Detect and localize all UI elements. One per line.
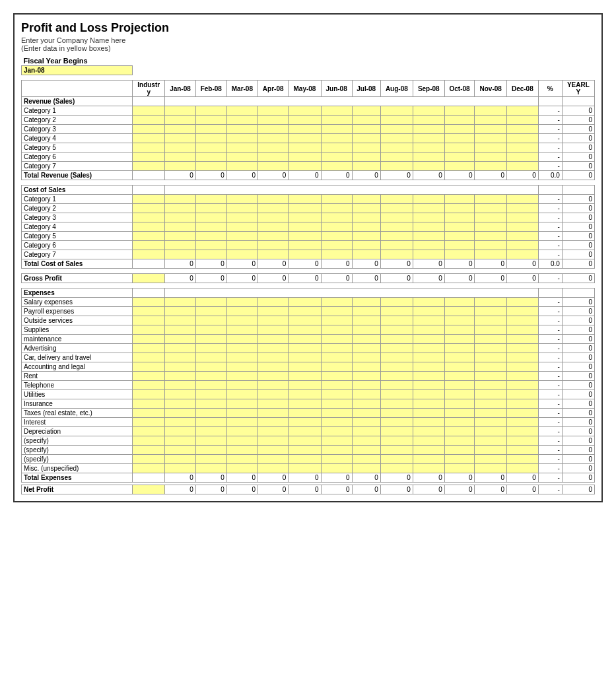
fiscal-value[interactable]: Jan-08 bbox=[22, 66, 133, 75]
feb-header: Feb-08 bbox=[195, 81, 226, 97]
fiscal-label: Fiscal Year Begins bbox=[22, 56, 133, 66]
apr-header: Apr-08 bbox=[257, 81, 288, 97]
pct-header: % bbox=[538, 81, 562, 97]
expense-specify3-row: (specify) - 0 bbox=[22, 455, 595, 464]
cos-cat2-row: Category 2 - 0 bbox=[22, 204, 595, 213]
cost-of-sales-header: Cost of Sales bbox=[22, 186, 133, 195]
industry-header: Industry bbox=[133, 81, 165, 97]
gross-profit-row: Gross Profit 0 0 0 0 0 0 0 0 0 0 0 0 - 0 bbox=[22, 274, 595, 283]
mar-header: Mar-08 bbox=[226, 81, 257, 97]
cos-cat6-row: Category 6 - 0 bbox=[22, 241, 595, 250]
expense-outside-row: Outside services - 0 bbox=[22, 316, 595, 325]
total-revenue-row: Total Revenue (Sales) 0 0 0 0 0 0 0 0 0 … bbox=[22, 171, 595, 180]
cos-cat3-row: Category 3 - 0 bbox=[22, 213, 595, 222]
expense-salary-row: Salary expenses - 0 bbox=[22, 298, 595, 307]
may-header: May-08 bbox=[289, 81, 321, 97]
total-cos-row: Total Cost of Sales 0 0 0 0 0 0 0 0 0 0 … bbox=[22, 259, 595, 269]
expense-specify1-row: (specify) - 0 bbox=[22, 436, 595, 446]
expense-advertising-row: Advertising - 0 bbox=[22, 344, 595, 353]
expense-car-row: Car, delivery and travel - 0 bbox=[22, 353, 595, 362]
expense-rent-row: Rent - 0 bbox=[22, 372, 595, 381]
revenue-cat7-row: Category 7 - 0 bbox=[22, 162, 595, 171]
expense-supplies-row: Supplies - 0 bbox=[22, 325, 595, 335]
dec-header: Dec-08 bbox=[506, 81, 538, 97]
expense-taxes-row: Taxes (real estate, etc.) - 0 bbox=[22, 409, 595, 418]
expense-interest-row: Interest - 0 bbox=[22, 418, 595, 427]
expense-insurance-row: Insurance - 0 bbox=[22, 399, 595, 409]
revenue-cat2-row: Category 2 - 0 bbox=[22, 116, 595, 125]
page-title: Profit and Loss Projection bbox=[21, 21, 595, 35]
jun-header: Jun-08 bbox=[321, 81, 352, 97]
expense-misc-row: Misc. (unspecified) - 0 bbox=[22, 464, 595, 473]
revenue-cat3-row: Category 3 - 0 bbox=[22, 125, 595, 134]
expenses-header: Expenses bbox=[22, 288, 133, 298]
jul-header: Jul-08 bbox=[352, 81, 380, 97]
net-profit-row: Net Profit 0 0 0 0 0 0 0 0 0 0 0 0 - 0 bbox=[22, 485, 595, 494]
expense-utilities-row: Utilities - 0 bbox=[22, 390, 595, 399]
jan-header: Jan-08 bbox=[165, 81, 195, 97]
aug-header: Aug-08 bbox=[380, 81, 413, 97]
total-expenses-row: Total Expenses 0 0 0 0 0 0 0 0 0 0 0 0 -… bbox=[22, 473, 595, 483]
revenue-cat1-industry[interactable] bbox=[133, 106, 165, 116]
expense-payroll-row: Payroll expenses - 0 bbox=[22, 307, 595, 316]
revenue-cat1-row: Category 1 - 0 bbox=[22, 106, 595, 116]
oct-header: Oct-08 bbox=[444, 81, 475, 97]
cos-cat5-row: Category 5 - 0 bbox=[22, 232, 595, 241]
sep-header: Sep-08 bbox=[413, 81, 444, 97]
expense-accounting-row: Accounting and legal - 0 bbox=[22, 362, 595, 372]
revenue-header: Revenue (Sales) bbox=[22, 97, 133, 106]
expense-specify2-row: (specify) - 0 bbox=[22, 446, 595, 455]
revenue-cat6-row: Category 6 - 0 bbox=[22, 152, 595, 162]
nov-header: Nov-08 bbox=[475, 81, 506, 97]
cos-cat7-row: Category 7 - 0 bbox=[22, 250, 595, 259]
expense-depreciation-row: Depreciation - 0 bbox=[22, 427, 595, 436]
cos-cat4-row: Category 4 - 0 bbox=[22, 222, 595, 232]
revenue-cat5-row: Category 5 - 0 bbox=[22, 143, 595, 152]
revenue-cat1-label: Category 1 bbox=[22, 106, 133, 116]
subtitle1: Enter your Company Name here bbox=[21, 36, 595, 44]
expense-telephone-row: Telephone - 0 bbox=[22, 381, 595, 390]
cos-cat1-row: Category 1 - 0 bbox=[22, 195, 595, 204]
expense-maintenance-row: maintenance - 0 bbox=[22, 335, 595, 344]
subtitle2: (Enter data in yellow boxes) bbox=[21, 44, 595, 52]
revenue-cat4-row: Category 4 - 0 bbox=[22, 134, 595, 143]
yearly-header: YEARLY bbox=[562, 81, 594, 97]
